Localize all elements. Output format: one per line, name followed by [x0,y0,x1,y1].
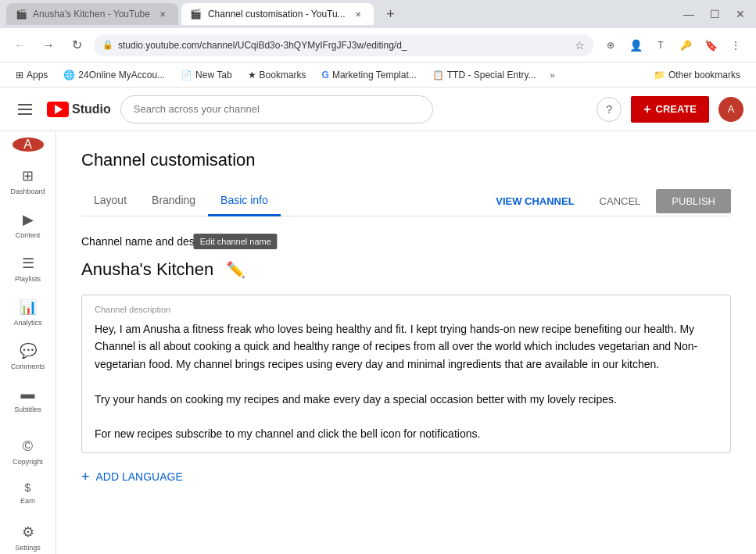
tab-basic-info[interactable]: Basic info [208,186,281,216]
address-text: studio.youtube.com/channel/UCqiBd3o-3hQY… [118,40,570,51]
channel-name-row: Anusha's Kitchen ✏️ Edit channel name [81,257,731,282]
search-input[interactable] [120,95,433,123]
bookmark-ttd[interactable]: 📋 TTD - Special Entry... [426,68,543,82]
forward-button[interactable]: → [38,34,59,56]
sidebar-item-copyright[interactable]: © Copyright [6,432,50,472]
sidebar-item-subtitles[interactable]: ▬ Subtitles [6,380,50,420]
minimize-button[interactable]: — [679,8,699,20]
desc-paragraph-3: For new recipes subscribe to my channel … [95,427,480,440]
tab-1[interactable]: 🎬 Anusha's Kitchen - YouTube ✕ [6,3,178,25]
bookmark-newtab[interactable]: 📄 New Tab [174,68,238,82]
sidebar-item-monetization[interactable]: $ Earn [6,475,50,511]
hamburger-button[interactable] [13,97,38,122]
dashboard-label: Dashboard [10,188,45,195]
folder-icon: 📁 [654,70,665,80]
extensions-icon[interactable]: ⊕ [600,34,622,56]
sidebar-item-settings[interactable]: ⚙ Settings [6,517,50,554]
description-text: Hey, I am Anusha a fitness freak who lov… [95,320,718,443]
tab-layout[interactable]: Layout [81,186,139,216]
tab-2-close[interactable]: ✕ [352,8,364,20]
description-box[interactable]: Channel description Hey, I am Anusha a f… [81,295,731,453]
monetization-icon: $ [25,481,31,494]
create-button[interactable]: + CREATE [631,96,709,123]
tab-2-favicon: 🎬 [191,9,202,20]
playlists-icon: ☰ [22,255,34,272]
lock-icon: 🔒 [102,40,113,50]
comments-icon: 💬 [20,342,37,359]
subtitles-label: Subtitles [14,406,41,413]
bookmark-bookmarks[interactable]: ★ Bookmarks [242,68,313,82]
tab-layout-label: Layout [94,194,127,206]
nav-bar: ← → ↻ 🔒 studio.youtube.com/channel/UCqiB… [0,28,756,63]
description-label: Channel description [95,305,718,314]
publish-button[interactable]: PUBLISH [656,189,731,213]
sidebar-item-analytics[interactable]: 📊 Analytics [6,292,50,333]
tab-branding-label: Branding [152,194,195,206]
24online-icon: 🌐 [63,70,75,80]
yt-studio-text: Studio [72,102,111,116]
view-channel-button[interactable]: VIEW CHANNEL [486,191,583,212]
create-label: CREATE [656,103,697,115]
page-title: Channel customisation [81,150,731,170]
sidebar: A ⊞ Dashboard ▶ Content ☰ Playlists 📊 An… [0,131,56,554]
title-bar: 🎬 Anusha's Kitchen - YouTube ✕ 🎬 Channel… [0,0,756,28]
yt-logo: Studio [47,102,111,117]
tab-2-title: Channel customisation - YouTu... [208,9,346,20]
yt-play-icon [55,105,63,114]
bookmark-icon-nav[interactable]: 🔖 [700,34,722,56]
sidebar-avatar[interactable]: A [13,138,44,152]
playlists-label: Playlists [15,275,41,283]
newtab-icon: 📄 [181,70,192,80]
content-label: Content [16,231,41,239]
yt-logo-icon [47,102,69,117]
ttd-label: TTD - Special Entry... [447,70,536,80]
apps-icon: ⊞ [16,70,23,80]
profile-icon[interactable]: 👤 [625,34,647,56]
tab-1-close[interactable]: ✕ [156,8,169,20]
analytics-label: Analytics [13,319,41,327]
add-icon: + [81,469,90,485]
bookmarks-star-icon: ★ [248,70,256,80]
bookmarks-more-button[interactable]: » [546,69,560,81]
copyright-icon: © [23,438,33,455]
password-icon[interactable]: 🔑 [675,34,697,56]
svg-rect-1 [18,109,32,110]
bookmark-24online[interactable]: 🌐 24Online MyAccou... [57,68,171,82]
add-language-button[interactable]: + ADD LANGUAGE [81,469,731,485]
add-language-label: ADD LANGUAGE [96,470,183,483]
desc-paragraph-1: Hey, I am Anusha a fitness freak who lov… [95,323,697,370]
search-container [120,95,433,123]
new-tab-button[interactable]: + [380,3,402,25]
header-right: ? + CREATE A [597,96,743,123]
translate-icon[interactable]: T [650,34,672,56]
bookmark-marketing[interactable]: G Marketing Templat... [316,68,423,82]
cancel-button[interactable]: CANCEL [590,191,650,212]
page-content: Channel customisation Layout Branding Ba… [56,131,756,554]
tab-branding[interactable]: Branding [139,186,208,216]
edit-channel-name-button[interactable]: ✏️ Edit channel name [223,257,248,282]
star-icon[interactable]: ☆ [575,39,585,52]
maximize-button[interactable]: ☐ [705,8,725,20]
bookmark-other[interactable]: 📁 Other bookmarks [647,68,747,82]
bookmark-apps[interactable]: ⊞ Apps [9,68,54,82]
close-button[interactable]: ✕ [731,8,750,20]
tab-actions: VIEW CHANNEL CANCEL PUBLISH [486,189,731,213]
sidebar-item-playlists[interactable]: ☰ Playlists [6,248,50,289]
help-button[interactable]: ? [597,97,622,122]
refresh-button[interactable]: ↻ [66,34,88,56]
sidebar-item-dashboard[interactable]: ⊞ Dashboard [6,161,50,202]
address-bar[interactable]: 🔒 studio.youtube.com/channel/UCqiBd3o-3h… [94,34,593,56]
settings-icon-nav[interactable]: ⋮ [725,34,747,56]
apps-label: Apps [27,70,48,80]
yt-header: Studio ? + CREATE A [0,88,756,131]
sidebar-item-content[interactable]: ▶ Content [6,205,50,245]
marketing-icon: G [322,70,329,80]
dashboard-icon: ⊞ [22,167,34,184]
sidebar-item-comments[interactable]: 💬 Comments [6,336,50,377]
user-avatar[interactable]: A [718,97,743,122]
copyright-label: Copyright [13,458,43,466]
back-button[interactable]: ← [9,34,31,56]
tab-2[interactable]: 🎬 Channel customisation - YouTu... ✕ [181,3,374,25]
help-icon: ? [606,103,612,116]
settings-label: Settings [15,544,41,552]
